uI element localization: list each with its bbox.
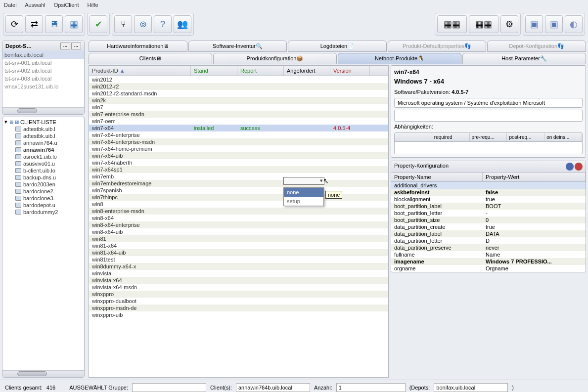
client-tree[interactable]: ▾ 🖥🖥 CLIENT-LISTE adtestbk.uib.ladtestbk…: [2, 117, 84, 370]
table-row[interactable]: win7spanish: [89, 187, 388, 194]
table-row[interactable]: winvista-x64-msdn: [89, 284, 388, 291]
filter-icon[interactable]: ⑂: [114, 15, 132, 33]
client-item[interactable]: bardo2003en: [3, 181, 83, 188]
prop-row[interactable]: fullnameName: [391, 251, 586, 258]
depots-input[interactable]: [434, 383, 508, 392]
angefordert-dropdown[interactable]: none setup: [283, 187, 324, 206]
clients-input[interactable]: [236, 383, 310, 392]
prop-row[interactable]: data_partition_letterD: [391, 237, 586, 244]
tab-logfiles[interactable]: Logdateien📄: [288, 41, 387, 52]
tab-netboot[interactable]: Netboot-Produkte🐧: [338, 53, 461, 64]
table-row[interactable]: win8-enterprise-msdn: [89, 208, 388, 215]
col-report[interactable]: Report: [237, 66, 284, 76]
tiles1-icon[interactable]: ▦▦: [437, 15, 467, 33]
table-row[interactable]: win7-x64-home-premium: [89, 145, 388, 152]
table-row[interactable]: winxppro-uib: [89, 311, 388, 318]
col-prop-name[interactable]: Property-Name: [391, 173, 483, 181]
table-row[interactable]: win81-x64: [89, 242, 388, 249]
table-row[interactable]: winxppro-msdn-de: [89, 305, 388, 311]
clients-icon[interactable]: ▦: [65, 15, 83, 33]
depot-item[interactable]: tst-srv-003.uib.local: [2, 75, 84, 83]
client-item[interactable]: asusvivo01.u: [3, 160, 83, 167]
check-icon[interactable]: ✔: [90, 15, 107, 33]
table-row[interactable]: win8-x64-enterprise: [89, 221, 388, 228]
tab-hardware[interactable]: Hardwareinformationen🖥: [89, 41, 187, 52]
clear-props-icon[interactable]: [575, 163, 583, 171]
table-row[interactable]: win81-x64-uib: [89, 249, 388, 256]
table-row[interactable]: win7-x64-uib: [89, 152, 388, 159]
table-row[interactable]: win7-oem: [89, 118, 388, 125]
table-row[interactable]: win81test: [89, 256, 388, 263]
angefordert-combo[interactable]: [283, 177, 324, 185]
tree-expand-icon[interactable]: ▾: [4, 119, 7, 125]
prop-row[interactable]: data_partition_preservenever: [391, 244, 586, 251]
prop-row[interactable]: boot_partition_size0: [391, 217, 586, 223]
refresh-props-icon[interactable]: [566, 163, 574, 171]
depot-btn1[interactable]: …: [60, 43, 70, 49]
client-item[interactable]: b-client.uib.lo: [3, 167, 83, 174]
col-angefordert[interactable]: Angefordert: [284, 66, 330, 76]
client-item[interactable]: annawin764: [3, 146, 83, 153]
client-item[interactable]: bardoclone3.: [3, 195, 83, 202]
col-product-id[interactable]: Produkt-ID ▲: [89, 66, 191, 76]
prop-row[interactable]: blockalignmenttrue: [391, 196, 586, 203]
prop-row[interactable]: imagenameWindows 7 PROFESSIO...: [391, 258, 586, 265]
menu-datei[interactable]: Datei: [4, 2, 17, 8]
client-item[interactable]: bardodepot.u: [3, 202, 83, 209]
table-row[interactable]: winxppro: [89, 291, 388, 298]
table-row[interactable]: win2012-r2-standard-msdn: [89, 90, 388, 97]
table-row[interactable]: winvista-x64: [89, 277, 388, 284]
table-row[interactable]: win8-x64: [89, 215, 388, 221]
refresh-icon[interactable]: ⟳: [5, 15, 23, 33]
prop-row[interactable]: data_partition_createtrue: [391, 223, 586, 230]
table-row[interactable]: winvista: [89, 270, 388, 277]
wifi-icon[interactable]: ⊚: [134, 15, 152, 33]
table-row[interactable]: win2012: [89, 76, 388, 83]
depot-item[interactable]: vmax12suse131.uib.lo: [2, 83, 84, 90]
prop-row[interactable]: boot_partition_letter-: [391, 210, 586, 217]
client-item[interactable]: adtestbk.uib.l: [3, 132, 83, 139]
client-item[interactable]: bardodummy2: [3, 209, 83, 216]
table-row[interactable]: win7emb: [89, 173, 388, 180]
menu-opsiclient[interactable]: OpsiClient: [54, 2, 79, 8]
depot-list[interactable]: bonifax.uib.localtst-srv-001.uib.localts…: [2, 51, 84, 107]
tab-clients[interactable]: Clients🖥: [89, 53, 212, 64]
menu-hilfe[interactable]: Hilfe: [88, 2, 98, 8]
col-stand[interactable]: Stand: [191, 66, 237, 76]
prop-row[interactable]: data_partition_labelDATA: [391, 230, 586, 237]
tree-root[interactable]: ▾ 🖥🖥 CLIENT-LISTE: [3, 118, 83, 126]
table-row[interactable]: win7: [89, 104, 388, 111]
empty-field[interactable]: [394, 110, 583, 122]
table-row[interactable]: win7embedrestoreimage: [89, 180, 388, 187]
tab-prodconfig[interactable]: Produktkonfiguration📦: [213, 53, 337, 64]
globe-icon[interactable]: ◐: [565, 15, 583, 33]
client-item[interactable]: backup-dns.u: [3, 174, 83, 181]
menu-auswahl[interactable]: Auswahl: [25, 2, 45, 8]
table-row[interactable]: win2012-r2: [89, 83, 388, 90]
tab-software[interactable]: Software-Inventur🔍: [188, 41, 287, 52]
option-none[interactable]: none: [284, 188, 323, 197]
client-item[interactable]: asrock1.uib.lo: [3, 153, 83, 160]
print1-icon[interactable]: ▣: [525, 15, 543, 33]
table-row[interactable]: win8: [89, 201, 388, 208]
users-icon[interactable]: 👥: [174, 15, 191, 33]
prop-row[interactable]: boot_partition_labelBOOT: [391, 203, 586, 210]
table-row[interactable]: win7thinpc: [89, 194, 388, 201]
help-icon[interactable]: ?: [154, 15, 172, 33]
client-item[interactable]: annawin764.u: [3, 139, 83, 146]
depot-btn2[interactable]: …: [71, 43, 81, 49]
depot-item[interactable]: bonifax.uib.local: [2, 51, 84, 59]
description-field[interactable]: Microsoft operating system / Système d'e…: [394, 98, 583, 108]
table-row[interactable]: win81: [89, 235, 388, 242]
table-row[interactable]: win8-x64-uib: [89, 228, 388, 235]
table-row[interactable]: win7-x64sp1: [89, 166, 388, 173]
depot-item[interactable]: tst-srv-002.uib.local: [2, 67, 84, 75]
prop-row[interactable]: askbeforeinstfalse: [391, 189, 586, 196]
tab-hostparam[interactable]: Host-Parameter🔧: [462, 53, 586, 64]
prop-row[interactable]: orgnameOrgname: [391, 265, 586, 272]
option-setup[interactable]: setup: [284, 197, 323, 206]
table-row[interactable]: win7-enterprise-msdn: [89, 111, 388, 118]
table-row[interactable]: win7-x64-enterprise-msdn: [89, 138, 388, 145]
table-row[interactable]: win7-x64installedsuccess4.0.5-4: [89, 125, 388, 131]
table-row[interactable]: win8dummy-x64-x: [89, 263, 388, 270]
